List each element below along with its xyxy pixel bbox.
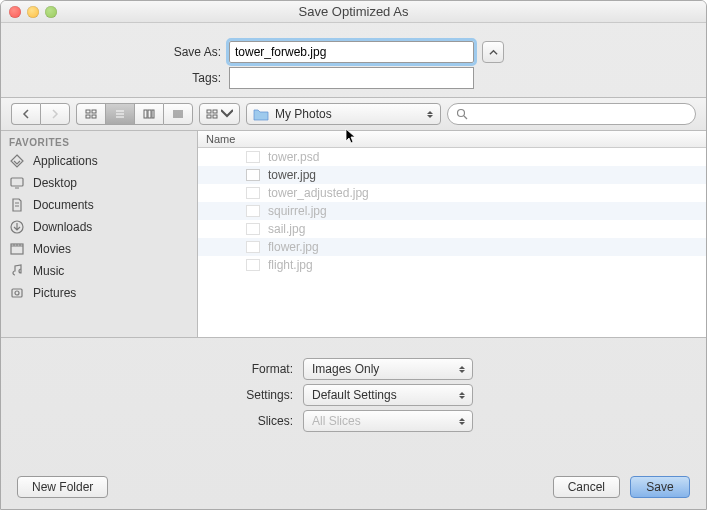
column-header-name[interactable]: Name	[198, 131, 706, 148]
sidebar-item-applications[interactable]: Applications	[1, 150, 197, 172]
svg-rect-21	[11, 178, 23, 186]
file-icon	[246, 151, 260, 163]
save-as-input[interactable]	[229, 41, 474, 63]
format-select[interactable]: Images Only	[303, 358, 473, 380]
chevron-down-icon	[221, 109, 233, 119]
tags-label: Tags:	[1, 71, 221, 85]
tags-input[interactable]	[229, 67, 474, 89]
file-name: sail.jpg	[268, 222, 305, 236]
movies-icon	[9, 241, 25, 257]
file-name: tower_adjusted.jpg	[268, 186, 369, 200]
svg-rect-9	[152, 110, 154, 118]
desktop-icon	[9, 175, 25, 191]
downloads-icon	[9, 219, 25, 235]
file-pane: Name tower.psdtower.jpgtower_adjusted.jp…	[198, 131, 706, 337]
sidebar-item-label: Music	[33, 264, 64, 278]
apps-icon	[9, 153, 25, 169]
svg-rect-16	[213, 110, 217, 113]
file-row: flower.jpg	[198, 238, 706, 256]
docs-icon	[9, 197, 25, 213]
folder-icon	[253, 107, 269, 121]
svg-line-20	[464, 116, 467, 119]
sidebar-item-movies[interactable]: Movies	[1, 238, 197, 260]
dropdown-chevron-icon	[427, 111, 435, 118]
file-icon	[246, 259, 260, 271]
sidebar-item-music[interactable]: Music	[1, 260, 197, 282]
svg-point-32	[15, 291, 19, 295]
arrange-button[interactable]	[199, 103, 240, 125]
sidebar-item-desktop[interactable]: Desktop	[1, 172, 197, 194]
search-icon	[456, 108, 468, 120]
save-button[interactable]: Save	[630, 476, 690, 498]
coverflow-view-button[interactable]	[163, 103, 193, 125]
search-field[interactable]	[447, 103, 696, 125]
sidebar-item-label: Applications	[33, 154, 98, 168]
sidebar: FAVORITES ApplicationsDesktopDocumentsDo…	[1, 131, 198, 337]
slices-select: All Slices	[303, 410, 473, 432]
svg-point-19	[458, 110, 465, 117]
file-name: squirrel.jpg	[268, 204, 327, 218]
view-buttons	[76, 103, 193, 125]
chevron-icon	[459, 366, 467, 373]
coverflow-icon	[172, 109, 184, 119]
settings-label: Settings:	[1, 388, 293, 402]
chevron-up-icon	[489, 48, 498, 57]
svg-rect-7	[144, 110, 147, 118]
forward-button[interactable]	[40, 103, 70, 125]
file-name: flight.jpg	[268, 258, 313, 272]
search-input[interactable]	[473, 107, 687, 121]
nav-buttons	[11, 103, 70, 125]
file-icon	[246, 205, 260, 217]
svg-rect-15	[207, 110, 211, 113]
back-button[interactable]	[11, 103, 40, 125]
pictures-icon	[9, 285, 25, 301]
arrange-icon	[206, 109, 218, 119]
file-row: squirrel.jpg	[198, 202, 706, 220]
svg-rect-18	[213, 115, 217, 118]
sidebar-item-pictures[interactable]: Pictures	[1, 282, 197, 304]
cancel-button[interactable]: Cancel	[553, 476, 620, 498]
back-icon	[20, 109, 32, 119]
svg-rect-8	[148, 110, 151, 118]
settings-select[interactable]: Default Settings	[303, 384, 473, 406]
sidebar-item-downloads[interactable]: Downloads	[1, 216, 197, 238]
disclosure-button[interactable]	[482, 41, 504, 63]
zoom-window-icon[interactable]	[45, 6, 57, 18]
new-folder-button[interactable]: New Folder	[17, 476, 108, 498]
file-row[interactable]: tower.jpg	[198, 166, 706, 184]
folder-dropdown[interactable]: My Photos	[246, 103, 441, 125]
file-row: tower_adjusted.jpg	[198, 184, 706, 202]
slices-label: Slices:	[1, 414, 293, 428]
file-name: tower.jpg	[268, 168, 316, 182]
list-view-button[interactable]	[105, 103, 134, 125]
chevron-icon	[459, 418, 467, 425]
svg-rect-31	[12, 289, 22, 297]
sidebar-header: FAVORITES	[1, 131, 197, 150]
file-icon	[246, 241, 260, 253]
file-icon	[246, 169, 260, 181]
save-as-label: Save As:	[1, 45, 221, 59]
column-view-button[interactable]	[134, 103, 163, 125]
sidebar-item-label: Movies	[33, 242, 71, 256]
music-icon	[9, 263, 25, 279]
svg-rect-1	[92, 110, 96, 113]
sidebar-item-label: Documents	[33, 198, 94, 212]
sidebar-item-label: Desktop	[33, 176, 77, 190]
file-row: tower.psd	[198, 148, 706, 166]
file-name: tower.psd	[268, 150, 319, 164]
close-window-icon[interactable]	[9, 6, 21, 18]
format-label: Format:	[1, 362, 293, 376]
folder-label: My Photos	[275, 107, 332, 121]
svg-rect-2	[86, 115, 90, 118]
arrange-group	[199, 103, 240, 125]
sidebar-item-documents[interactable]: Documents	[1, 194, 197, 216]
svg-rect-0	[86, 110, 90, 113]
file-icon	[246, 187, 260, 199]
forward-icon	[49, 109, 61, 119]
file-row: sail.jpg	[198, 220, 706, 238]
grid-icon	[85, 109, 97, 119]
file-icon	[246, 223, 260, 235]
icon-view-button[interactable]	[76, 103, 105, 125]
minimize-window-icon[interactable]	[27, 6, 39, 18]
list-icon	[114, 109, 126, 119]
